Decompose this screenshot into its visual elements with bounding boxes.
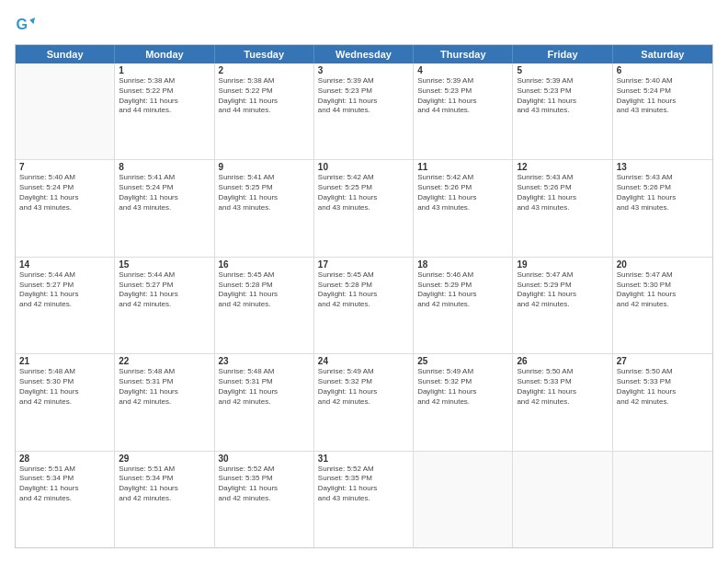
calendar-cell: 26Sunrise: 5:50 AM Sunset: 5:33 PM Dayli… <box>513 354 612 450</box>
header-day-monday: Monday <box>115 45 214 63</box>
calendar-cell: 23Sunrise: 5:48 AM Sunset: 5:31 PM Dayli… <box>215 354 314 450</box>
cell-info: Sunrise: 5:52 AM Sunset: 5:35 PM Dayligh… <box>219 465 310 504</box>
cell-info: Sunrise: 5:41 AM Sunset: 5:25 PM Dayligh… <box>219 173 310 213</box>
cell-info: Sunrise: 5:49 AM Sunset: 5:32 PM Dayligh… <box>417 367 508 407</box>
cell-info: Sunrise: 5:42 AM Sunset: 5:25 PM Dayligh… <box>318 173 409 213</box>
calendar-cell: 30Sunrise: 5:52 AM Sunset: 5:35 PM Dayli… <box>215 452 314 547</box>
calendar-cell: 6Sunrise: 5:40 AM Sunset: 5:24 PM Daylig… <box>613 63 712 159</box>
cell-info: Sunrise: 5:48 AM Sunset: 5:31 PM Dayligh… <box>119 367 210 407</box>
cell-info: Sunrise: 5:50 AM Sunset: 5:33 PM Dayligh… <box>517 367 608 407</box>
calendar-cell: 5Sunrise: 5:39 AM Sunset: 5:23 PM Daylig… <box>513 63 612 159</box>
day-number: 26 <box>517 356 608 366</box>
calendar-cell: 28Sunrise: 5:51 AM Sunset: 5:34 PM Dayli… <box>16 452 115 547</box>
cell-info: Sunrise: 5:41 AM Sunset: 5:24 PM Dayligh… <box>119 173 210 213</box>
cell-info: Sunrise: 5:44 AM Sunset: 5:27 PM Dayligh… <box>119 270 210 310</box>
day-number: 9 <box>219 162 310 172</box>
cell-info: Sunrise: 5:43 AM Sunset: 5:26 PM Dayligh… <box>517 173 608 213</box>
day-number: 16 <box>219 259 310 270</box>
calendar-cell <box>513 452 612 547</box>
cell-info: Sunrise: 5:42 AM Sunset: 5:26 PM Dayligh… <box>417 173 508 213</box>
day-number: 6 <box>617 65 709 75</box>
calendar-cell: 21Sunrise: 5:48 AM Sunset: 5:30 PM Dayli… <box>16 354 115 450</box>
calendar-cell <box>414 452 513 547</box>
cell-info: Sunrise: 5:38 AM Sunset: 5:22 PM Dayligh… <box>119 76 210 116</box>
svg-text:G: G <box>16 16 28 32</box>
calendar-cell: 25Sunrise: 5:49 AM Sunset: 5:32 PM Dayli… <box>414 354 513 450</box>
day-number: 24 <box>318 356 409 366</box>
cell-info: Sunrise: 5:46 AM Sunset: 5:29 PM Dayligh… <box>417 270 508 310</box>
calendar-body: 1Sunrise: 5:38 AM Sunset: 5:22 PM Daylig… <box>16 63 712 547</box>
day-number: 14 <box>19 259 110 270</box>
cell-info: Sunrise: 5:51 AM Sunset: 5:34 PM Dayligh… <box>119 465 210 504</box>
calendar-cell: 3Sunrise: 5:39 AM Sunset: 5:23 PM Daylig… <box>314 63 414 159</box>
logo-icon: G <box>15 15 35 35</box>
cell-info: Sunrise: 5:43 AM Sunset: 5:26 PM Dayligh… <box>617 173 709 213</box>
calendar-cell: 19Sunrise: 5:47 AM Sunset: 5:29 PM Dayli… <box>513 258 612 353</box>
calendar-cell: 24Sunrise: 5:49 AM Sunset: 5:32 PM Dayli… <box>314 354 414 450</box>
calendar-cell: 12Sunrise: 5:43 AM Sunset: 5:26 PM Dayli… <box>513 160 612 256</box>
logo: G <box>15 15 39 35</box>
calendar-cell: 10Sunrise: 5:42 AM Sunset: 5:25 PM Dayli… <box>314 160 414 256</box>
calendar-row-4: 28Sunrise: 5:51 AM Sunset: 5:34 PM Dayli… <box>16 452 712 547</box>
day-number: 20 <box>617 259 709 270</box>
day-number: 7 <box>19 162 110 172</box>
day-number: 1 <box>119 65 210 75</box>
day-number: 28 <box>19 454 110 464</box>
header: G <box>15 15 713 35</box>
calendar-cell: 8Sunrise: 5:41 AM Sunset: 5:24 PM Daylig… <box>115 160 214 256</box>
calendar-cell: 22Sunrise: 5:48 AM Sunset: 5:31 PM Dayli… <box>115 354 214 450</box>
calendar-cell: 9Sunrise: 5:41 AM Sunset: 5:25 PM Daylig… <box>215 160 314 256</box>
cell-info: Sunrise: 5:49 AM Sunset: 5:32 PM Dayligh… <box>318 367 409 407</box>
calendar-cell: 15Sunrise: 5:44 AM Sunset: 5:27 PM Dayli… <box>115 258 214 353</box>
calendar-cell <box>16 63 115 159</box>
day-number: 27 <box>617 356 709 366</box>
calendar-cell: 1Sunrise: 5:38 AM Sunset: 5:22 PM Daylig… <box>115 63 214 159</box>
calendar-cell: 11Sunrise: 5:42 AM Sunset: 5:26 PM Dayli… <box>414 160 513 256</box>
header-day-thursday: Thursday <box>414 45 513 63</box>
day-number: 25 <box>417 356 508 366</box>
calendar-cell: 13Sunrise: 5:43 AM Sunset: 5:26 PM Dayli… <box>613 160 712 256</box>
cell-info: Sunrise: 5:48 AM Sunset: 5:31 PM Dayligh… <box>219 367 310 407</box>
calendar-row-1: 7Sunrise: 5:40 AM Sunset: 5:24 PM Daylig… <box>16 160 712 257</box>
header-day-sunday: Sunday <box>16 45 115 63</box>
page: G SundayMondayTuesdayWednesdayThursdayFr… <box>0 0 728 563</box>
day-number: 29 <box>119 454 210 464</box>
calendar-cell <box>613 452 712 547</box>
day-number: 8 <box>119 162 210 172</box>
cell-info: Sunrise: 5:52 AM Sunset: 5:35 PM Dayligh… <box>318 465 409 504</box>
cell-info: Sunrise: 5:51 AM Sunset: 5:34 PM Dayligh… <box>19 465 110 504</box>
day-number: 18 <box>417 259 508 270</box>
day-number: 12 <box>517 162 608 172</box>
header-day-saturday: Saturday <box>613 45 712 63</box>
calendar-row-0: 1Sunrise: 5:38 AM Sunset: 5:22 PM Daylig… <box>16 63 712 160</box>
calendar-cell: 4Sunrise: 5:39 AM Sunset: 5:23 PM Daylig… <box>414 63 513 159</box>
cell-info: Sunrise: 5:40 AM Sunset: 5:24 PM Dayligh… <box>19 173 110 213</box>
calendar-cell: 2Sunrise: 5:38 AM Sunset: 5:22 PM Daylig… <box>215 63 314 159</box>
cell-info: Sunrise: 5:50 AM Sunset: 5:33 PM Dayligh… <box>617 367 709 407</box>
calendar-row-2: 14Sunrise: 5:44 AM Sunset: 5:27 PM Dayli… <box>16 258 712 354</box>
header-day-wednesday: Wednesday <box>314 45 414 63</box>
cell-info: Sunrise: 5:48 AM Sunset: 5:30 PM Dayligh… <box>19 367 110 407</box>
calendar: SundayMondayTuesdayWednesdayThursdayFrid… <box>15 44 713 548</box>
day-number: 23 <box>219 356 310 366</box>
day-number: 30 <box>219 454 310 464</box>
day-number: 22 <box>119 356 210 366</box>
calendar-cell: 16Sunrise: 5:45 AM Sunset: 5:28 PM Dayli… <box>215 258 314 353</box>
day-number: 11 <box>417 162 508 172</box>
cell-info: Sunrise: 5:45 AM Sunset: 5:28 PM Dayligh… <box>219 270 310 310</box>
day-number: 19 <box>517 259 608 270</box>
calendar-row-3: 21Sunrise: 5:48 AM Sunset: 5:30 PM Dayli… <box>16 354 712 451</box>
day-number: 15 <box>119 259 210 270</box>
cell-info: Sunrise: 5:45 AM Sunset: 5:28 PM Dayligh… <box>318 270 409 310</box>
calendar-cell: 7Sunrise: 5:40 AM Sunset: 5:24 PM Daylig… <box>16 160 115 256</box>
calendar-cell: 20Sunrise: 5:47 AM Sunset: 5:30 PM Dayli… <box>613 258 712 353</box>
header-day-tuesday: Tuesday <box>215 45 314 63</box>
day-number: 10 <box>318 162 409 172</box>
day-number: 13 <box>617 162 709 172</box>
cell-info: Sunrise: 5:39 AM Sunset: 5:23 PM Dayligh… <box>517 76 608 116</box>
calendar-cell: 14Sunrise: 5:44 AM Sunset: 5:27 PM Dayli… <box>16 258 115 353</box>
day-number: 2 <box>219 65 310 75</box>
calendar-cell: 18Sunrise: 5:46 AM Sunset: 5:29 PM Dayli… <box>414 258 513 353</box>
day-number: 3 <box>318 65 409 75</box>
cell-info: Sunrise: 5:39 AM Sunset: 5:23 PM Dayligh… <box>417 76 508 116</box>
